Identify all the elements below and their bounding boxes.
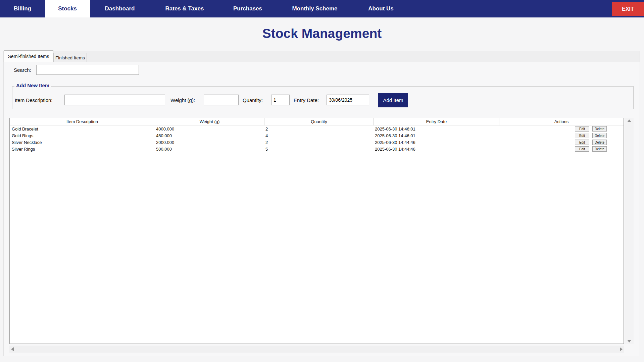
cell-actions: Edit Delete — [499, 146, 624, 152]
cell-entry-date: 2025-06-30 14:46:01 — [374, 126, 499, 132]
nav-item-stocks[interactable]: Stocks — [45, 0, 90, 17]
entry-date-label: Entry Date: — [294, 97, 319, 104]
weight-label: Weight (g): — [170, 97, 195, 104]
semi-finished-tab-page: Search: Add New Item Item Description: W… — [3, 62, 640, 356]
cell-quantity: 4 — [264, 133, 374, 138]
table-row[interactable]: Gold Bracelet 4000.000 2 2025-06-30 14:4… — [10, 125, 624, 132]
search-label: Search: — [14, 65, 31, 75]
edit-button[interactable]: Edit — [575, 146, 589, 152]
add-item-button[interactable]: Add Item — [378, 93, 408, 107]
stock-tabstrip: Semi-finished Items Finished Items — [3, 51, 640, 62]
quantity-label: Quantity: — [243, 97, 263, 104]
col-header-actions[interactable]: Actions — [499, 118, 624, 125]
table-row[interactable]: Silver Rings 500.000 5 2025-06-30 14:44:… — [10, 146, 624, 152]
scroll-left-icon[interactable] — [9, 346, 15, 352]
tab-finished-items[interactable]: Finished Items — [53, 53, 87, 62]
cell-item: Gold Bracelet — [10, 126, 155, 132]
cell-quantity: 5 — [264, 147, 374, 152]
edit-button[interactable]: Edit — [575, 126, 589, 132]
stock-management-window: Billing Stocks Dashboard Rates & Taxes P… — [0, 0, 644, 362]
nav-item-purchases[interactable]: Purchases — [219, 0, 276, 17]
delete-button[interactable]: Delete — [592, 133, 607, 138]
stock-table-header: Item Description Weight (g) Quantity Ent… — [10, 118, 624, 125]
item-description-input[interactable] — [64, 95, 165, 105]
weight-input[interactable] — [204, 95, 239, 105]
cell-entry-date: 2025-06-30 14:44:46 — [374, 140, 499, 145]
cell-item: Silver Necklace — [10, 140, 155, 145]
nav-item-billing[interactable]: Billing — [0, 0, 45, 17]
nav-item-rates-taxes[interactable]: Rates & Taxes — [150, 0, 219, 17]
col-header-weight[interactable]: Weight (g) — [155, 118, 264, 125]
delete-button[interactable]: Delete — [592, 146, 607, 152]
cell-actions: Edit Delete — [499, 133, 624, 138]
col-header-item-description[interactable]: Item Description — [10, 118, 155, 125]
edit-button[interactable]: Edit — [575, 140, 589, 145]
vertical-scrollbar[interactable] — [625, 118, 634, 344]
cell-item: Gold Rings — [10, 133, 155, 138]
cell-actions: Edit Delete — [499, 140, 624, 145]
scroll-right-icon[interactable] — [618, 346, 624, 352]
tab-semi-finished-items[interactable]: Semi-finished Items — [4, 50, 53, 62]
cell-weight: 4000.000 — [155, 126, 264, 132]
entry-date-input[interactable] — [327, 95, 369, 105]
horizontal-scrollbar[interactable] — [9, 346, 624, 353]
add-new-item-legend: Add New Item — [14, 83, 51, 88]
col-header-quantity[interactable]: Quantity — [264, 118, 374, 125]
search-input[interactable] — [36, 65, 139, 75]
cell-actions: Edit Delete — [499, 126, 624, 132]
table-row[interactable]: Silver Necklace 2000.000 2 2025-06-30 14… — [10, 139, 624, 146]
cell-weight: 500.000 — [155, 147, 264, 152]
cell-item: Silver Rings — [10, 147, 155, 152]
nav-item-about-us[interactable]: About Us — [354, 0, 408, 17]
cell-quantity: 2 — [264, 126, 374, 132]
edit-button[interactable]: Edit — [575, 133, 589, 138]
stock-table: Item Description Weight (g) Quantity Ent… — [9, 118, 624, 344]
col-header-entry-date[interactable]: Entry Date — [374, 118, 499, 125]
nav-item-monthly-scheme[interactable]: Monthly Scheme — [276, 0, 354, 17]
item-description-label: Item Description: — [15, 97, 53, 104]
table-row[interactable]: Gold Rings 450.000 4 2025-06-30 14:46:01… — [10, 132, 624, 139]
cell-quantity: 2 — [264, 140, 374, 145]
cell-entry-date: 2025-06-30 14:44:46 — [374, 147, 499, 152]
exit-button[interactable]: EXIT — [612, 2, 644, 16]
delete-button[interactable]: Delete — [592, 126, 607, 132]
top-navbar: Billing Stocks Dashboard Rates & Taxes P… — [0, 0, 644, 17]
delete-button[interactable]: Delete — [592, 140, 607, 145]
cell-weight: 450.000 — [155, 133, 264, 138]
quantity-input[interactable] — [271, 95, 290, 105]
cell-weight: 2000.000 — [155, 140, 264, 145]
cell-entry-date: 2025-06-30 14:46:01 — [374, 133, 499, 138]
page-title: Stock Management — [0, 26, 644, 41]
scroll-up-icon[interactable] — [626, 118, 632, 123]
nav-item-dashboard[interactable]: Dashboard — [90, 0, 150, 17]
scroll-down-icon[interactable] — [626, 338, 632, 344]
